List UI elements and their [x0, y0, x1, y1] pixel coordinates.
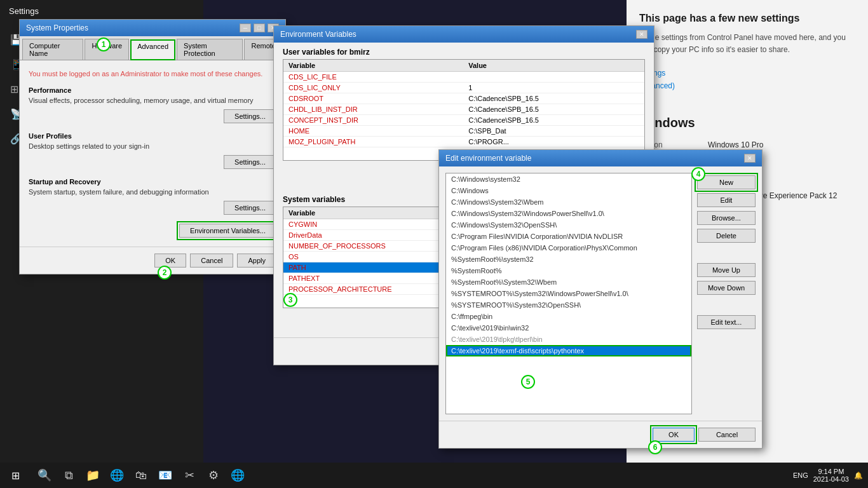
edit-env-list[interactable]: C:\Windows\system32C:\WindowsC:\Windows\… — [445, 173, 692, 414]
path-item[interactable]: %SYSTEMROOT%\System32\WindowsPowerShell\… — [446, 288, 691, 299]
user-var-row[interactable]: CHDL_LIB_INST_DIRC:\Cadence\SPB_16.5 — [283, 104, 644, 115]
edit-text-button[interactable]: Edit text... — [697, 315, 756, 329]
col-value: Value — [463, 60, 644, 72]
file-explorer[interactable]: 📁 — [81, 464, 104, 487]
path-item[interactable]: %SystemRoot%\system32 — [446, 254, 691, 265]
edition-row: Edition Windows 10 Pro — [639, 140, 855, 149]
taskbar-icons: 🔍 ⧉ 📁 🌐 🛍 📧 ✂ ⚙ 🌐 — [31, 464, 252, 487]
tab-system-protection[interactable]: System Protection — [177, 39, 243, 60]
env-close-button[interactable]: ✕ — [636, 30, 648, 39]
path-item[interactable]: C:\ffmpeg\bin — [446, 311, 691, 322]
edit-env-ok-button[interactable]: OK — [653, 428, 695, 442]
var-name: MOZ_PLUGIN_PATH — [283, 137, 463, 147]
search-taskbar[interactable]: 🔍 — [33, 464, 56, 487]
path-item[interactable]: C:\Windows\System32\Wbem — [446, 196, 691, 208]
path-item[interactable]: C:\Program Files\NVIDIA Corporation\NVID… — [446, 231, 691, 242]
environment-variables-button[interactable]: Environment Variables... — [179, 224, 276, 238]
annotation-5: 5 — [521, 375, 535, 389]
settings-title: Settings — [9, 6, 39, 16]
edit-env-titlebar: Edit environment variable ✕ — [439, 150, 762, 166]
move-up-button[interactable]: Move Up — [697, 263, 756, 277]
user-vars-table-container[interactable]: Variable Value CDS_LIC_FILECDS_LIC_ONLY1… — [283, 59, 645, 161]
path-item[interactable]: %SYSTEMROOT%\System32\OpenSSH\ — [446, 299, 691, 311]
performance-title: Performance — [29, 86, 276, 94]
minimize-button[interactable]: ─ — [240, 24, 251, 32]
cancel-button[interactable]: Cancel — [190, 254, 233, 268]
var-value: C:\SPB_Dat — [463, 126, 644, 137]
startup-desc: System startup, system failure, and debu… — [29, 188, 276, 196]
multitask-icon: ⊞ — [10, 83, 18, 95]
info-text: Some settings from Control Panel have mo… — [639, 32, 855, 56]
user-var-row[interactable]: HOMEC:\SPB_Dat — [283, 126, 644, 137]
snip-icon[interactable]: ✂ — [178, 464, 201, 487]
path-item[interactable]: C:\Program Files (x86)\NVIDIA Corporatio… — [446, 242, 691, 254]
path-item[interactable]: C:\Windows — [446, 185, 691, 196]
system-props-titlebar: System Properties ─ □ ✕ — [20, 20, 285, 36]
apply-button[interactable]: Apply — [237, 254, 276, 268]
tab-advanced[interactable]: Advanced — [130, 39, 175, 60]
user-var-row[interactable]: CDS_LIC_FILE — [283, 72, 644, 83]
taskbar-time: 9:14 PM 2021-04-03 — [813, 468, 849, 483]
browser-icon[interactable]: 🌐 — [105, 464, 128, 487]
startup-settings-button[interactable]: Settings... — [224, 201, 276, 215]
env-vars-title: Environment Variables — [280, 30, 356, 39]
edition-value: Windows 10 Pro — [708, 140, 763, 149]
path-item[interactable]: C:\Windows\System32\OpenSSH\ — [446, 219, 691, 231]
var-value: C:\Cadence\SPB_16.5 — [463, 93, 644, 104]
settings-link2[interactable]: advanced) — [639, 81, 855, 90]
path-item[interactable]: C:\texlive\2019\bin\win32 — [446, 322, 691, 334]
edit-env-content: C:\Windows\system32C:\WindowsC:\Windows\… — [439, 166, 762, 421]
new-path-button[interactable]: New — [697, 175, 756, 189]
user-profiles-settings-button[interactable]: Settings... — [224, 155, 276, 169]
var-name: CDS_LIC_ONLY — [283, 83, 463, 93]
user-var-row[interactable]: CONCEPT_INST_DIRC:\Cadence\SPB_16.5 — [283, 115, 644, 126]
mail-icon[interactable]: 📧 — [154, 464, 177, 487]
browse-button[interactable]: Browse... — [697, 211, 756, 225]
var-value: C:\Cadence\SPB_16.5 — [463, 115, 644, 126]
path-item[interactable]: C:\texlive\2019\tlpkg\tlperl\bin — [446, 334, 691, 345]
annotation-1: 1 — [97, 37, 111, 51]
tab-computer-name[interactable]: Computer Name — [22, 39, 83, 60]
start-button[interactable]: ⊞ — [0, 463, 31, 488]
store-icon[interactable]: 🛍 — [130, 464, 153, 487]
performance-settings-button[interactable]: Settings... — [224, 109, 276, 123]
taskbar-language: ENG — [793, 471, 808, 479]
system-props-tabs: Computer Name Hardware Advanced System P… — [20, 36, 285, 60]
path-item[interactable]: %SystemRoot%\System32\Wbem — [446, 276, 691, 288]
delete-path-button[interactable]: Delete — [697, 229, 756, 243]
notification-icon[interactable]: 🔔 — [854, 471, 863, 480]
var-value: 1 — [463, 83, 644, 93]
task-view[interactable]: ⧉ — [57, 464, 80, 487]
annotation-3: 3 — [283, 293, 297, 307]
var-name: HOME — [283, 126, 463, 137]
startup-title: Startup and Recovery — [29, 178, 276, 186]
edit-env-title: Edit environment variable — [445, 154, 531, 163]
col-variable: Variable — [283, 60, 463, 72]
edit-title-controls: ✕ — [744, 154, 756, 163]
performance-desc: Visual effects, processor scheduling, me… — [29, 97, 276, 104]
user-var-row[interactable]: MOZ_PLUGIN_PATHC:\PROGR... — [283, 137, 644, 147]
user-var-row[interactable]: CDSROOTC:\Cadence\SPB_16.5 — [283, 93, 644, 104]
edit-path-button[interactable]: Edit — [697, 193, 756, 207]
user-var-row[interactable]: CDS_LIC_ONLY1 — [283, 83, 644, 93]
edit-env-buttons: New Edit Browse... Delete Move Up Move D… — [697, 173, 756, 414]
var-name: CDS_LIC_FILE — [283, 72, 463, 83]
system-properties-dialog: System Properties ─ □ ✕ Computer Name Ha… — [19, 19, 286, 274]
path-item[interactable]: C:\Windows\System32\WindowsPowerShell\v1… — [446, 208, 691, 219]
settings-icon[interactable]: ⚙ — [202, 464, 225, 487]
taskbar: ⊞ 🔍 ⧉ 📁 🌐 🛍 📧 ✂ ⚙ 🌐 ENG 9:14 PM 2021-04-… — [0, 463, 868, 488]
move-down-button[interactable]: Move Down — [697, 281, 756, 295]
edit-env-cancel-button[interactable]: Cancel — [698, 428, 756, 442]
ok-button[interactable]: OK — [154, 254, 186, 268]
path-item[interactable]: C:\texlive\2019\texmf-dist\scripts\pytho… — [446, 345, 691, 356]
language-icon[interactable]: 🌐 — [226, 464, 249, 487]
edit-close-button[interactable]: ✕ — [744, 154, 756, 163]
path-item[interactable]: %SystemRoot% — [446, 265, 691, 276]
var-name: CHDL_LIB_INST_DIR — [283, 104, 463, 115]
settings-link1[interactable]: settings — [639, 69, 855, 78]
maximize-button[interactable]: □ — [254, 24, 265, 32]
path-item[interactable]: C:\Windows\system32 — [446, 173, 691, 185]
var-value — [463, 72, 644, 83]
edit-env-footer: OK Cancel — [439, 421, 762, 448]
annotation-6: 6 — [648, 440, 662, 454]
